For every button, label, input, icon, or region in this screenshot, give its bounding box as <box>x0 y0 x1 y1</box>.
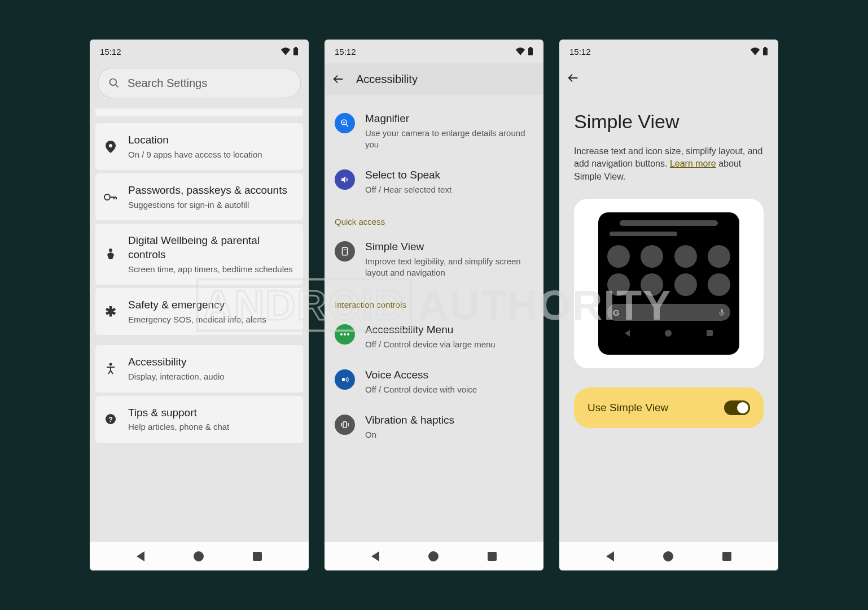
svg-rect-16 <box>528 48 533 55</box>
preview-card: G <box>574 199 764 368</box>
settings-item-safety[interactable]: ✱ Safety & emergency Emergency SOS, medi… <box>95 288 303 335</box>
a11y-item-sub: Off / Control device with voice <box>365 384 533 395</box>
svg-rect-32 <box>764 47 766 48</box>
page-title: Simple View <box>574 111 764 133</box>
settings-item-title: Digital Wellbeing & parental controls <box>128 234 295 262</box>
learn-more-link[interactable]: Learn more <box>670 159 716 168</box>
a11y-item-magnifier[interactable]: Magnifier Use your camera to enlarge det… <box>325 103 543 159</box>
a11y-item-sub: Improve text legibility, and simplify sc… <box>365 256 533 279</box>
a11y-item-sub: Use your camera to enlarge details aroun… <box>365 128 533 151</box>
settings-item-title: Tips & support <box>128 406 295 420</box>
svg-point-9 <box>109 363 112 366</box>
svg-point-2 <box>110 79 117 86</box>
a11y-item-title: Simple View <box>365 240 533 254</box>
a11y-item-voice-access[interactable]: Voice Access Off / Control device with v… <box>325 359 543 404</box>
header-bar: Accessibility <box>325 63 543 95</box>
settings-item-location[interactable]: Location On / 9 apps have access to loca… <box>95 123 303 170</box>
svg-point-25 <box>344 333 346 336</box>
nav-back-button[interactable] <box>371 551 379 561</box>
accessibility-screen: 15:12 Accessibility Magnifier Use your c… <box>325 40 543 570</box>
settings-item-sub: Suggestions for sign-in & autofill <box>128 199 295 211</box>
back-arrow-icon[interactable] <box>567 72 580 84</box>
wifi-icon <box>515 47 525 55</box>
nav-home-button[interactable] <box>428 551 439 561</box>
svg-rect-33 <box>721 309 723 313</box>
simple-view-toggle[interactable]: Use Simple View <box>574 387 764 428</box>
a11y-item-simple-view[interactable]: Simple View Improve text legibility, and… <box>325 231 543 287</box>
nav-home-button[interactable] <box>663 551 673 561</box>
a11y-item-title: Voice Access <box>365 368 533 382</box>
settings-item-passwords[interactable]: Passwords, passkeys & accounts Suggestio… <box>95 173 303 220</box>
voice-icon <box>340 374 350 385</box>
a11y-item-title: Magnifier <box>365 112 533 126</box>
settings-item-wellbeing[interactable]: Digital Wellbeing & parental controls Sc… <box>95 224 303 285</box>
settings-item-title: Safety & emergency <box>128 298 295 312</box>
a11y-item-select-speak[interactable]: Select to Speak Off / Hear selected text <box>325 159 543 204</box>
nav-recent-button[interactable] <box>722 552 731 561</box>
settings-item-title: Passwords, passkeys & accounts <box>128 184 295 198</box>
back-arrow-icon[interactable] <box>332 73 345 85</box>
wifi-icon <box>750 47 760 55</box>
svg-line-3 <box>116 85 119 88</box>
nav-recent-button[interactable] <box>488 552 497 561</box>
help-icon: ? <box>105 413 116 425</box>
homescreen-mock: G <box>598 212 739 355</box>
svg-point-4 <box>104 194 110 200</box>
nav-recent-button[interactable] <box>253 552 262 561</box>
settings-screen: 15:12 Search Settings Location On / 9 ap… <box>90 40 309 570</box>
settings-item-accessibility[interactable]: Accessibility Display, interaction, audi… <box>95 345 303 392</box>
wellbeing-icon <box>106 248 116 260</box>
settings-item-sub: Display, interaction, audio <box>128 371 295 382</box>
mock-google-icon: G <box>613 308 620 317</box>
settings-item-sub: On / 9 apps have access to location <box>128 149 295 160</box>
mock-mic-icon <box>719 308 725 316</box>
settings-item-title: Location <box>128 133 295 147</box>
svg-rect-17 <box>529 47 532 48</box>
search-placeholder: Search Settings <box>128 77 207 90</box>
svg-rect-31 <box>763 48 768 55</box>
section-quick-access: Quick access <box>325 204 543 231</box>
svg-point-27 <box>342 378 345 381</box>
page-description: Increase text and icon size, simplify la… <box>574 145 764 183</box>
nav-bar <box>90 541 309 570</box>
location-icon <box>106 141 116 153</box>
a11y-item-sub: Off / Hear selected text <box>365 184 533 195</box>
toggle-label: Use Simple View <box>588 402 668 414</box>
simple-view-screen: 15:12 Simple View Increase text and icon… <box>559 40 778 570</box>
a11y-item-a11y-menu[interactable]: Accessibility Menu Off / Control device … <box>325 314 543 359</box>
search-settings-input[interactable]: Search Settings <box>98 68 301 98</box>
svg-rect-22 <box>343 247 348 255</box>
settings-item-sub: Emergency SOS, medical info, alerts <box>128 314 295 325</box>
key-icon <box>104 194 117 201</box>
nav-back-button[interactable] <box>137 551 144 561</box>
a11y-item-vibration[interactable]: Vibration & haptics On <box>325 404 543 450</box>
nav-home-button[interactable] <box>194 551 204 561</box>
a11y-item-sub: Off / Control device via large menu <box>365 339 533 350</box>
svg-rect-28 <box>343 422 347 428</box>
settings-item-sub: Screen time, app timers, bedtime schedul… <box>128 264 295 275</box>
prev-card-edge <box>95 108 303 116</box>
wifi-icon <box>280 47 291 55</box>
search-icon <box>108 77 120 89</box>
status-bar: 15:12 <box>90 40 309 63</box>
a11y-item-title: Select to Speak <box>365 168 533 182</box>
toggle-switch-on[interactable] <box>724 400 750 415</box>
nav-back-button[interactable] <box>606 551 614 561</box>
battery-icon <box>293 47 299 56</box>
vibration-icon <box>340 420 350 430</box>
settings-item-tips[interactable]: ? Tips & support Help articles, phone & … <box>95 396 303 443</box>
status-time: 15:12 <box>335 47 356 56</box>
settings-item-title: Accessibility <box>128 355 295 369</box>
accessibility-icon <box>106 363 116 375</box>
asterisk-icon: ✱ <box>105 304 116 320</box>
battery-icon <box>528 47 533 56</box>
status-bar: 15:12 <box>325 40 543 63</box>
nav-bar <box>559 541 778 570</box>
svg-line-13 <box>111 371 113 374</box>
magnifier-icon <box>340 118 350 128</box>
status-time: 15:12 <box>569 47 591 56</box>
svg-point-8 <box>109 249 112 252</box>
header-title: Accessibility <box>356 73 418 86</box>
speak-icon <box>340 175 350 185</box>
status-time: 15:12 <box>100 47 121 56</box>
